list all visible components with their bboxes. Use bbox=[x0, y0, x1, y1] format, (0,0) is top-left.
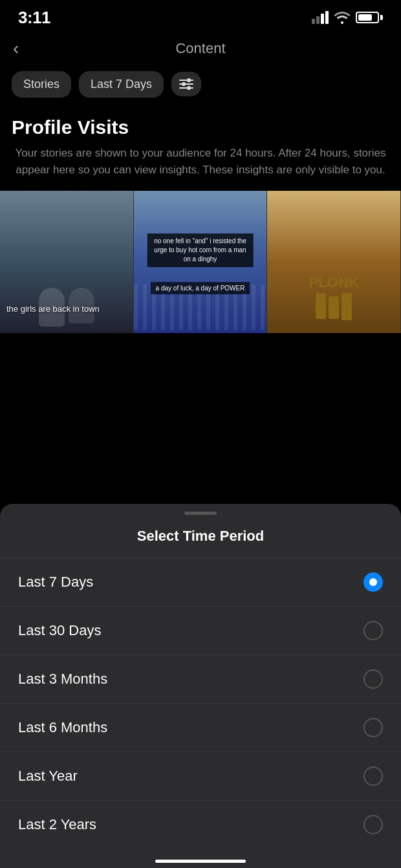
home-indicator bbox=[155, 860, 246, 863]
back-button[interactable]: ‹ bbox=[13, 38, 19, 59]
story-1-label: the girls are back in town bbox=[6, 304, 100, 314]
status-bar: 3:11 bbox=[0, 0, 401, 32]
story-3-product bbox=[316, 293, 352, 320]
sheet-handle bbox=[184, 512, 217, 515]
time-option-5-label: Last Year bbox=[18, 768, 78, 785]
nav-bar: ‹ Content bbox=[0, 32, 401, 65]
time-option-2-label: Last 30 Days bbox=[18, 622, 101, 639]
story-thumbnail-2[interactable]: no one fell in "and" i resisted the urge… bbox=[134, 191, 268, 333]
time-option-1[interactable]: Last 7 Days bbox=[0, 558, 401, 606]
stories-row: the girls are back in town no one fell i… bbox=[0, 191, 401, 333]
sheet-title: Select Time Period bbox=[0, 528, 401, 558]
section-description: Your stories are shown to your audience … bbox=[0, 145, 401, 191]
svg-point-1 bbox=[187, 78, 191, 82]
status-time: 3:11 bbox=[18, 8, 50, 28]
svg-rect-0 bbox=[179, 80, 193, 81]
time-option-4-label: Last 6 Months bbox=[18, 719, 107, 736]
section-title: Profile Visits bbox=[0, 103, 401, 145]
time-option-1-radio bbox=[363, 572, 383, 592]
time-option-5-radio bbox=[363, 766, 383, 786]
time-option-3[interactable]: Last 3 Months bbox=[0, 655, 401, 703]
story-thumbnail-1[interactable]: the girls are back in town bbox=[0, 191, 134, 333]
sliders-icon bbox=[179, 78, 193, 90]
filter-options-button[interactable] bbox=[171, 72, 201, 96]
status-icons bbox=[312, 11, 383, 24]
wifi-icon bbox=[334, 12, 351, 23]
time-option-1-label: Last 7 Days bbox=[18, 574, 93, 591]
battery-icon bbox=[356, 12, 383, 23]
nav-title: Content bbox=[175, 40, 225, 57]
time-option-4[interactable]: Last 6 Months bbox=[0, 703, 401, 752]
svg-rect-2 bbox=[179, 83, 193, 85]
story-2-overlay: no one fell in "and" i resisted the urge… bbox=[147, 233, 254, 267]
filter-row: Stories Last 7 Days bbox=[0, 65, 401, 103]
time-option-2-radio bbox=[363, 621, 383, 640]
signal-icon bbox=[312, 11, 329, 24]
time-option-3-label: Last 3 Months bbox=[18, 671, 107, 688]
time-option-6-label: Last 2 Years bbox=[18, 816, 96, 833]
bottom-sheet: Select Time Period Last 7 Days Last 30 D… bbox=[0, 504, 401, 868]
time-option-6-radio bbox=[363, 815, 383, 834]
time-option-5[interactable]: Last Year bbox=[0, 752, 401, 800]
period-filter-button[interactable]: Last 7 Days bbox=[79, 71, 164, 98]
story-2-sub-overlay: a day of luck, a day of POWER bbox=[151, 282, 250, 294]
time-option-3-radio bbox=[363, 669, 383, 689]
svg-point-5 bbox=[187, 86, 191, 90]
time-option-2[interactable]: Last 30 Days bbox=[0, 606, 401, 655]
story-3-brand: PLONK bbox=[309, 274, 359, 291]
time-option-4-radio bbox=[363, 718, 383, 737]
svg-rect-4 bbox=[179, 87, 193, 89]
svg-point-3 bbox=[182, 82, 186, 86]
time-option-6[interactable]: Last 2 Years bbox=[0, 800, 401, 849]
type-filter-button[interactable]: Stories bbox=[12, 71, 71, 98]
story-thumbnail-3[interactable]: PLONK bbox=[267, 191, 401, 333]
